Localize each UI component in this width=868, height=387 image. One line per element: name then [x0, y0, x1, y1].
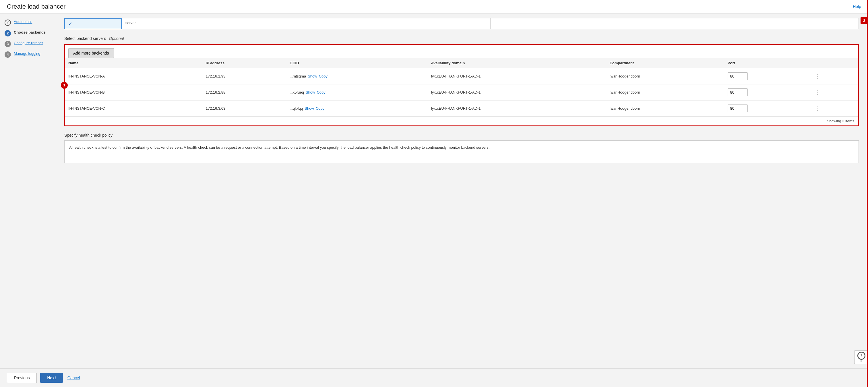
sidebar-label-configure-listener: Configure listener: [14, 40, 43, 46]
cell-menu-0: ⋮: [809, 68, 859, 84]
sidebar-label-manage-logging: Manage logging: [14, 51, 40, 56]
bottom-bar: Previous Next Cancel: [0, 368, 868, 387]
support-icon[interactable]: ? ⠿: [854, 350, 868, 364]
step-circle-4: 4: [5, 51, 11, 58]
sidebar-item-configure-listener[interactable]: 3 Configure listener: [5, 40, 53, 47]
cell-name-1: IH-INSTANCE-VCN-B: [65, 84, 203, 100]
cell-ad-0: fyxu:EU-FRANKFURT-1-AD-1: [427, 68, 606, 84]
top-input-row: ✓ server.: [64, 18, 859, 29]
cell-port-1: [724, 84, 809, 100]
cell-compartment-0: IwanHoogendoorn: [606, 68, 724, 84]
red-right-border: [867, 0, 868, 387]
optional-label: Optional: [109, 36, 124, 41]
show-link-0[interactable]: Show: [308, 74, 317, 78]
col-compartment: Compartment: [606, 58, 724, 68]
top-bar: Create load balancer Help: [0, 0, 868, 13]
cell-ad-2: fyxu:EU-FRANKFURT-1-AD-1: [427, 100, 606, 117]
checkmark-icon: ✓: [68, 21, 72, 26]
health-section-label: Specify health check policy: [64, 133, 859, 138]
cell-ocid-2: ...qlpfqq Show Copy: [286, 100, 427, 117]
server-input-cell: server.: [122, 18, 490, 29]
table-container: 1 Add more backends Name IP address OCID: [64, 44, 859, 126]
cell-name-0: IH-INSTANCE-VCN-A: [65, 68, 203, 84]
page-wrapper: Create load balancer Help 2 ✓ Add detail…: [0, 0, 868, 387]
action-menu-2[interactable]: ⋮: [813, 105, 822, 113]
page-title: Create load balancer: [7, 3, 65, 10]
step-circle-3: 3: [5, 41, 11, 47]
add-backends-row: Add more backends: [65, 45, 858, 58]
table-row: IH-INSTANCE-VCN-B 172.16.2.88 ...x5fueq …: [65, 84, 858, 100]
port-input-1[interactable]: [727, 88, 748, 96]
step-circle-2: 2: [5, 30, 11, 36]
col-ad: Availability domain: [427, 58, 606, 68]
action-menu-1[interactable]: ⋮: [813, 88, 822, 96]
cell-compartment-2: IwanHoogendoorn: [606, 100, 724, 117]
cancel-button[interactable]: Cancel: [66, 373, 81, 383]
previous-button[interactable]: Previous: [7, 373, 37, 383]
show-link-1[interactable]: Show: [306, 90, 315, 94]
health-desc-box: A health check is a test to confirm the …: [64, 140, 859, 163]
sidebar-label-add-details: Add details: [14, 19, 32, 24]
table-row: IH-INSTANCE-VCN-C 172.16.3.63 ...qlpfqq …: [65, 100, 858, 117]
show-link-2[interactable]: Show: [305, 106, 314, 111]
cell-name-2: IH-INSTANCE-VCN-C: [65, 100, 203, 117]
table-row: IH-INSTANCE-VCN-A 172.16.1.93 ...mtsgma …: [65, 68, 858, 84]
cell-ocid-1: ...x5fueq Show Copy: [286, 84, 427, 100]
next-button[interactable]: Next: [40, 373, 63, 383]
top-right: Help: [853, 4, 861, 9]
cell-port-0: [724, 68, 809, 84]
copy-link-1[interactable]: Copy: [317, 90, 325, 94]
ocid-short-0: ...mtsgma: [290, 74, 306, 78]
sidebar-item-choose-backends[interactable]: 2 Choose backends: [5, 30, 53, 36]
sidebar-label-choose-backends: Choose backends: [14, 30, 45, 35]
col-port: Port: [724, 58, 809, 68]
backends-section-label: Select backend servers Optional: [64, 36, 859, 41]
port-input-0[interactable]: [727, 72, 748, 80]
sidebar: ✓ Add details 2 Choose backends 3 Config…: [0, 13, 57, 368]
cell-ip-0: 172.16.1.93: [203, 68, 286, 84]
col-name: Name: [65, 58, 203, 68]
table-header: Name IP address OCID Availability domain…: [65, 58, 858, 68]
col-actions: [809, 58, 859, 68]
main-content: ✓ Add details 2 Choose backends 3 Config…: [0, 13, 868, 368]
col-ocid: OCID: [286, 58, 427, 68]
cell-menu-2: ⋮: [809, 100, 859, 117]
showing-label: Showing 3 items: [65, 116, 858, 125]
server-text: server.: [125, 21, 136, 25]
cell-compartment-1: IwanHoogendoorn: [606, 84, 724, 100]
port-input-2[interactable]: [727, 105, 748, 112]
badge-1: 1: [61, 82, 68, 89]
backends-table: Name IP address OCID Availability domain…: [65, 58, 858, 116]
support-circle: ?: [857, 352, 865, 360]
table-wrapper: 1 Add more backends Name IP address OCID: [64, 44, 859, 126]
ocid-short-2: ...qlpfqq: [290, 106, 303, 111]
empty-input-cell: [490, 18, 859, 29]
cell-ad-1: fyxu:EU-FRANKFURT-1-AD-1: [427, 84, 606, 100]
action-menu-0[interactable]: ⋮: [813, 72, 822, 80]
add-backends-button[interactable]: Add more backends: [68, 48, 114, 58]
content-area: ✓ server. Select backend servers Optiona…: [57, 13, 868, 368]
cell-port-2: [724, 100, 809, 117]
support-dots: ⠿: [860, 360, 862, 363]
cell-ip-2: 172.16.3.63: [203, 100, 286, 117]
highlighted-input-cell[interactable]: ✓: [64, 18, 122, 29]
copy-link-0[interactable]: Copy: [319, 74, 328, 78]
backends-label-text: Select backend servers: [64, 36, 106, 41]
copy-link-2[interactable]: Copy: [316, 106, 324, 111]
backends-tbody: IH-INSTANCE-VCN-A 172.16.1.93 ...mtsgma …: [65, 68, 858, 117]
sidebar-item-add-details[interactable]: ✓ Add details: [5, 19, 53, 26]
cell-ip-1: 172.16.2.88: [203, 84, 286, 100]
step-circle-1: ✓: [5, 20, 11, 26]
help-link[interactable]: Help: [853, 4, 861, 9]
cell-menu-1: ⋮: [809, 84, 859, 100]
col-ip: IP address: [203, 58, 286, 68]
ocid-short-1: ...x5fueq: [290, 90, 304, 94]
sidebar-item-manage-logging[interactable]: 4 Manage logging: [5, 51, 53, 58]
cell-ocid-0: ...mtsgma Show Copy: [286, 68, 427, 84]
